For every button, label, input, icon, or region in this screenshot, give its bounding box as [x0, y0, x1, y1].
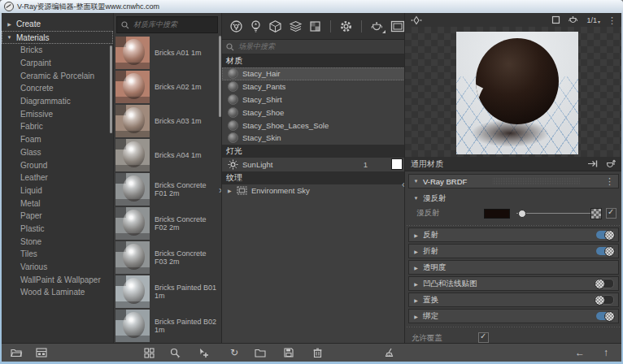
category-item[interactable]: Stone — [2, 235, 113, 248]
frame-buffer-icon[interactable] — [390, 19, 405, 33]
displacement-toggle[interactable] — [595, 295, 614, 305]
library-item[interactable]: Bricks Painted B02 1m — [114, 309, 222, 343]
scene-material-row[interactable]: Stacy_Shirt — [222, 93, 405, 106]
materials-icon[interactable] — [229, 19, 243, 33]
library-item[interactable]: Bricks A02 1m — [114, 70, 222, 104]
preview-teapot-icon[interactable] — [568, 15, 579, 24]
diffuse-color-swatch[interactable] — [484, 209, 510, 219]
category-item[interactable]: Tiles — [2, 248, 113, 261]
diffuse-texture-checkbox[interactable] — [606, 208, 616, 219]
render-elements-icon[interactable] — [289, 19, 303, 33]
library-item[interactable]: Bricks Painted B01 1m — [114, 275, 222, 309]
refraction-section[interactable]: ▶ 折射 — [408, 244, 619, 258]
open-folder-icon[interactable] — [10, 346, 23, 359]
scene-material-row[interactable]: Stacy_Hair — [222, 67, 405, 80]
texture-icon — [237, 186, 247, 195]
update-preview-icon[interactable] — [605, 159, 616, 168]
expand-right-icon: ▶ — [413, 249, 419, 254]
library-item[interactable]: Bricks Concrete F03 2m — [114, 240, 222, 275]
refresh-icon[interactable]: ↻ — [228, 346, 241, 359]
category-item[interactable]: Fabric — [2, 120, 113, 133]
light-intensity-value[interactable]: 1 — [364, 160, 368, 169]
reflection-toggle[interactable] — [596, 231, 614, 239]
library-item[interactable]: Bricks Concrete F02 2m — [114, 206, 222, 240]
category-item[interactable]: Diagrammatic — [2, 95, 113, 108]
delete-icon[interactable] — [311, 346, 324, 359]
diffuse-texture-button[interactable] — [590, 208, 602, 219]
preview-mode-icon[interactable] — [551, 15, 560, 24]
category-item[interactable]: Ceramic & Porcelain — [2, 69, 113, 82]
purge-unused-icon[interactable] — [382, 346, 395, 359]
scene-material-row[interactable]: Stacy_Pants — [222, 80, 405, 93]
material-thumbnail — [115, 275, 150, 308]
scene-material-row[interactable]: Stacy_Shoe_Laces_Sole — [222, 119, 405, 132]
scene-search-input[interactable]: 场景中搜索 — [222, 40, 405, 54]
collapse-left-arrow-icon[interactable]: ← — [573, 346, 586, 359]
displacement-section[interactable]: ▶ 置换 — [408, 292, 619, 307]
light-color-swatch[interactable] — [391, 158, 403, 170]
tree-item-create[interactable]: ▶ Create — [2, 17, 113, 30]
opacity-section[interactable]: ▶ 透明度 — [408, 260, 619, 275]
tree-item-materials[interactable]: ▼ Materials — [2, 31, 113, 44]
scene-light-row[interactable]: SunLight 1 — [222, 158, 405, 171]
library-item[interactable]: Bricks A04 1m — [114, 138, 222, 172]
open-file-icon[interactable] — [254, 346, 267, 359]
category-item[interactable]: Concrete — [2, 82, 113, 95]
category-item[interactable]: Foam — [2, 133, 113, 146]
scrollbar[interactable] — [110, 46, 112, 133]
category-item[interactable]: Wood & Laminate — [2, 286, 113, 299]
category-item[interactable]: Metal — [2, 197, 113, 210]
reflection-section[interactable]: ▶ 反射 — [408, 228, 619, 242]
library-item-label: Bricks Painted B01 1m — [155, 284, 218, 301]
grid-view-icon[interactable] — [142, 346, 155, 359]
category-item[interactable]: Leather — [2, 171, 113, 184]
allow-override-checkbox[interactable] — [478, 332, 489, 343]
lights-icon[interactable] — [249, 19, 263, 33]
brdf-menu-icon[interactable]: ⋮ — [605, 177, 614, 185]
category-item[interactable]: Bricks — [2, 44, 113, 57]
scene-material-row[interactable]: Stacy_Shoe — [222, 106, 405, 119]
apply-to-selection-icon[interactable] — [587, 159, 598, 168]
category-item[interactable]: Various — [2, 261, 113, 274]
scene-texture-row[interactable]: ▶ Environment Sky — [222, 184, 405, 197]
category-item[interactable]: WallPaint & Wallpaper — [2, 273, 113, 286]
category-item[interactable]: Paper — [2, 210, 113, 223]
material-preview-image[interactable] — [456, 32, 578, 154]
category-item[interactable]: Glass — [2, 146, 113, 159]
bump-normal-toggle[interactable] — [595, 279, 614, 288]
preview-options-icon[interactable] — [411, 15, 422, 25]
search-icon — [121, 21, 129, 29]
preview-menu-icon[interactable]: ⋮ — [608, 16, 616, 24]
binding-toggle[interactable] — [596, 312, 614, 320]
category-item[interactable]: Plastic — [2, 223, 113, 236]
textures-icon[interactable] — [308, 19, 322, 33]
preview-toolbar: 1/1▾ ⋮ — [405, 13, 621, 28]
diffuse-slider[interactable] — [516, 213, 593, 214]
category-item[interactable]: Liquid — [2, 184, 113, 197]
library-item[interactable]: Bricks A03 1m — [114, 104, 222, 138]
library-search-input[interactable]: 材质库中搜索 — [116, 16, 218, 33]
settings-gear-icon[interactable] — [339, 19, 353, 33]
add-material-icon[interactable] — [197, 346, 210, 359]
bump-normal-section[interactable]: ▶ 凹凸和法线贴图 — [408, 276, 619, 291]
pick-material-icon[interactable] — [168, 346, 181, 359]
diffuse-slider-knob[interactable] — [518, 210, 526, 218]
titlebar[interactable]: V-Ray资源编辑器-整面联盟www.cnwhc.com — [0, 0, 623, 13]
library-item[interactable]: Bricks A01 1m — [114, 36, 222, 70]
scene-material-row[interactable]: Stacy_Skin — [222, 132, 405, 145]
category-item[interactable]: Emissive — [2, 107, 113, 120]
binding-section[interactable]: ▶ 绑定 — [408, 309, 619, 323]
expand-right-icon[interactable]: ▶ — [228, 188, 233, 193]
preview-ratio-dropdown[interactable]: 1/1▾ — [586, 16, 600, 24]
refraction-toggle[interactable] — [596, 247, 614, 255]
save-icon[interactable] — [282, 346, 295, 359]
render-teapot-icon[interactable] — [370, 19, 385, 33]
category-item[interactable]: Ground — [2, 158, 113, 171]
geometry-icon[interactable] — [268, 19, 282, 33]
category-item[interactable]: Carpaint — [2, 57, 113, 70]
collapse-up-arrow-icon[interactable]: ↑ — [599, 346, 612, 359]
diffuse-section-header[interactable]: ▼ 漫反射 — [405, 193, 621, 204]
library-view-icon[interactable] — [35, 346, 48, 359]
library-item[interactable]: Bricks Concrete F01 2m — [114, 172, 222, 206]
brdf-rollout[interactable]: ▼ V-Ray BRDF ⋮ — [408, 174, 619, 188]
